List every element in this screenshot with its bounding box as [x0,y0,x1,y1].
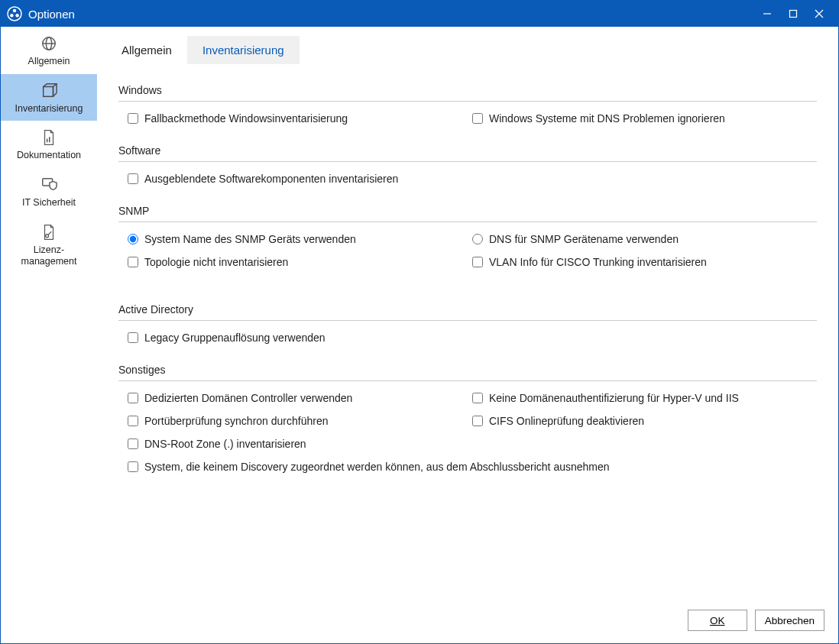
radio-label: DNS für SNMP Gerätename verwenden [489,233,679,245]
svg-rect-5 [790,11,797,18]
checkbox-label: Portüberprüfung synchron durchführen [144,415,328,427]
svg-point-0 [8,7,21,21]
cancel-button[interactable]: Abbrechen [755,610,824,631]
sidebar-item-label: Inventarisierung [15,103,83,115]
section-title: Active Directory [118,303,817,321]
sidebar-item-label: IT Sicherheit [22,197,76,209]
section-title: Windows [118,84,817,102]
sidebar-item-label: Lizenz- management [21,244,77,268]
checkbox-hidden-software[interactable]: Ausgeblendete Softwarekomponenten invent… [128,173,398,185]
checkbox-label: Topologie nicht inventarisieren [144,256,288,268]
section-sonstiges: Sonstiges Dedizierten Domänen Controller… [118,364,817,473]
svg-point-18 [46,234,49,237]
app-icon [7,6,22,21]
document-icon [40,128,58,147]
sidebar-item-label: Dokumentation [17,150,81,162]
settings-panel: Windows Fallbackmethode Windowsinventari… [97,64,838,600]
section-title: Software [118,144,817,162]
sidebar-item-it-sicherheit[interactable]: IT Sicherheit [1,168,97,215]
checkbox-label: Legacy Gruppenauflösung verwenden [144,332,326,344]
section-title: Sonstiges [118,364,817,381]
tab-allgemein[interactable]: Allgemein [106,36,187,64]
checkbox-dns-root-zone[interactable]: DNS-Root Zone (.) inventarisieren [128,438,306,450]
checkbox-label: CIFS Onlineprüfung deaktivieren [489,415,644,427]
svg-rect-16 [49,137,50,142]
shield-icon [40,176,58,194]
content: Allgemein Inventarisierung Windows Fallb… [97,27,838,643]
sidebar: Allgemein Inventarisierung Dokumentation… [1,27,97,643]
checkbox-label: Keine Domänenauthentifizierung für Hyper… [489,392,739,404]
main: Allgemein Inventarisierung Dokumentation… [1,27,838,643]
window-title: Optionen [28,8,754,21]
minimize-button[interactable] [754,1,780,27]
svg-rect-15 [47,139,48,143]
checkbox-port-check-sync[interactable]: Portüberprüfung synchron durchführen [128,415,328,427]
checkbox-label: Windows Systeme mit DNS Problemen ignori… [489,112,725,125]
radio-snmp-dnsname[interactable]: DNS für SNMP Gerätename verwenden [472,233,679,245]
checkbox-topology[interactable]: Topologie nicht inventarisieren [128,256,288,268]
window-controls [754,1,832,27]
checkbox-label: Fallbackmethode Windowsinventarisierung [144,112,348,125]
footer: OK Abbrechen [97,600,838,643]
sidebar-item-dokumentation[interactable]: Dokumentation [1,121,97,168]
sidebar-item-inventarisierung[interactable]: Inventarisierung [1,74,97,121]
sidebar-item-lizenzmanagement[interactable]: Lizenz- management [1,215,97,274]
svg-rect-11 [44,86,53,96]
checkbox-label: Dedizierten Domänen Controller verwenden [144,392,352,404]
checkbox-label: System, die keinem Discovery zugeordnet … [144,461,610,473]
section-windows: Windows Fallbackmethode Windowsinventari… [118,84,817,125]
svg-point-3 [15,14,18,17]
section-active-directory: Active Directory Legacy Gruppenauflösung… [118,303,817,344]
checkbox-exclude-undiscovered[interactable]: System, die keinem Discovery zugeordnet … [128,461,610,473]
checkbox-cifs-disable[interactable]: CIFS Onlineprüfung deaktivieren [472,415,644,427]
tabs: Allgemein Inventarisierung [97,27,838,64]
checkbox-label: VLAN Info für CISCO Trunking inventarisi… [489,256,707,268]
radio-label: System Name des SNMP Geräts verwenden [144,233,356,245]
tab-inventarisierung[interactable]: Inventarisierung [187,36,300,64]
close-button[interactable] [806,1,832,27]
radio-snmp-sysname[interactable]: System Name des SNMP Geräts verwenden [128,233,356,245]
section-title: SNMP [118,205,817,222]
titlebar: Optionen [1,1,838,27]
checkbox-fallback-windows[interactable]: Fallbackmethode Windowsinventarisierung [128,112,348,125]
svg-point-2 [10,14,13,17]
section-snmp: SNMP System Name des SNMP Geräts verwend… [118,205,817,268]
section-software: Software Ausgeblendete Softwarekomponent… [118,144,817,185]
svg-point-1 [13,9,16,12]
checkbox-label: Ausgeblendete Softwarekomponenten invent… [144,173,398,185]
sidebar-item-label: Allgemein [28,56,70,68]
checkbox-legacy-groups[interactable]: Legacy Gruppenauflösung verwenden [128,332,326,344]
maximize-button[interactable] [780,1,806,27]
ok-button[interactable]: OK [688,610,747,631]
inventory-icon [40,82,58,100]
checkbox-no-domain-auth-hyperv-iis[interactable]: Keine Domänenauthentifizierung für Hyper… [472,392,739,404]
checkbox-label: DNS-Root Zone (.) inventarisieren [144,438,306,450]
checkbox-windows-dns-ignore[interactable]: Windows Systeme mit DNS Problemen ignori… [472,112,725,125]
globe-icon [40,34,58,53]
checkbox-vlan-cisco[interactable]: VLAN Info für CISCO Trunking inventarisi… [472,256,707,268]
checkbox-dedicated-dc[interactable]: Dedizierten Domänen Controller verwenden [128,392,352,404]
sidebar-item-allgemein[interactable]: Allgemein [1,27,97,74]
license-icon [40,223,58,241]
